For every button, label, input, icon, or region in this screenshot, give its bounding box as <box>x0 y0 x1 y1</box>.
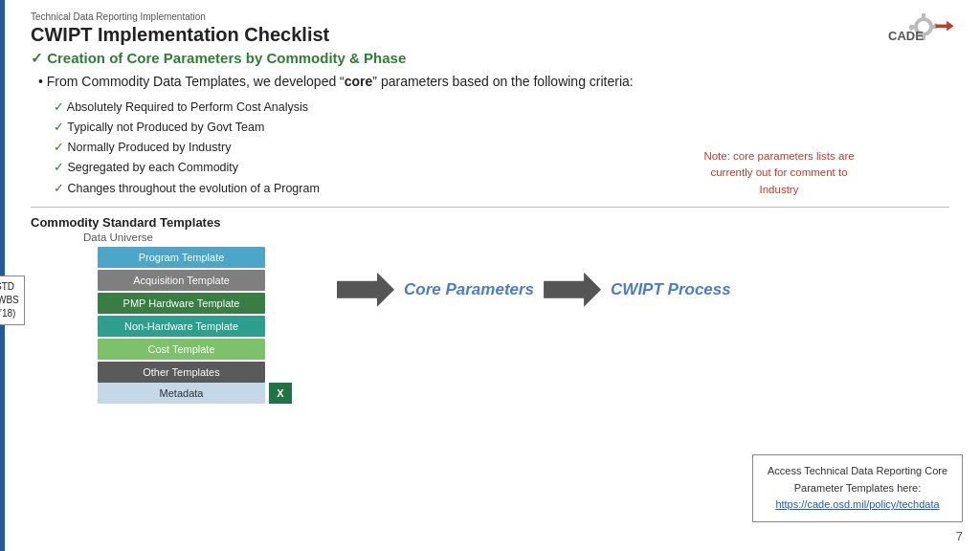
template-bar-cost: Cost Template <box>98 339 265 360</box>
bullet-main-text: • From Commodity Data Templates, we deve… <box>38 73 957 92</box>
svg-marker-11 <box>936 21 954 32</box>
core-params-label: Core Parameters <box>404 280 534 299</box>
template-bar-acquisition: Acquisition Template <box>98 270 265 291</box>
metadata-bar: Metadata <box>98 383 265 404</box>
arrow-right-1 <box>337 273 394 307</box>
svg-rect-2 <box>922 13 925 18</box>
cwipt-process-label: CWIPT Process <box>611 280 731 299</box>
page-number: 7 <box>956 529 963 543</box>
template-bar-nonhardware: Non-Hardware Template <box>98 316 265 337</box>
mil-std-label: MIL-STD 881D WBS (April ’18) <box>0 276 25 325</box>
note-box: Note: core parameters lists are currentl… <box>693 148 865 198</box>
excel-icon: X <box>269 383 292 404</box>
slide-subtitle: Technical Data Reporting Implementation <box>31 11 957 22</box>
diagram-subtitle: Data Universe <box>83 231 153 243</box>
template-bar-other: Other Templates <box>98 362 265 383</box>
access-link[interactable]: https://cade.osd.mil/policy/techdata <box>775 498 939 510</box>
template-row: Program Template Acquisition Template PM… <box>98 247 265 383</box>
diagram-title: Commodity Standard Templates <box>31 215 220 230</box>
divider <box>31 207 949 208</box>
main-title: CWIPT Implementation Checklist <box>31 24 957 46</box>
checklist-item: Typically not Produced by Govt Team <box>54 118 957 138</box>
section-heading: ✓ Creation of Core Parameters by Commodi… <box>31 50 957 67</box>
access-box: Access Technical Data Reporting Core Par… <box>752 454 963 522</box>
template-stack: MIL-STD 881D WBS (April ’18) Program Tem… <box>31 247 292 404</box>
bottom-section: Commodity Standard Templates Data Univer… <box>31 215 957 404</box>
left-diagram: Commodity Standard Templates Data Univer… <box>31 215 327 404</box>
checklist-item: Absolutely Required to Perform Cost Anal… <box>54 98 957 118</box>
section-heading-text: Creation of Core Parameters by Commodity… <box>47 50 406 66</box>
template-bar-program: Program Template <box>98 247 265 268</box>
cade-logo: CADE <box>880 6 967 51</box>
svg-text:CADE: CADE <box>888 29 924 43</box>
arrow-section: Core Parameters CWIPT Process <box>337 273 731 307</box>
access-box-text: Access Technical Data Reporting Core Par… <box>768 465 947 494</box>
metadata-row: Metadata X <box>98 383 292 404</box>
checkmark-icon: ✓ <box>31 50 47 66</box>
template-bar-pmp: PMP Hardware Template <box>98 293 265 314</box>
arrow-right-2 <box>544 273 601 307</box>
